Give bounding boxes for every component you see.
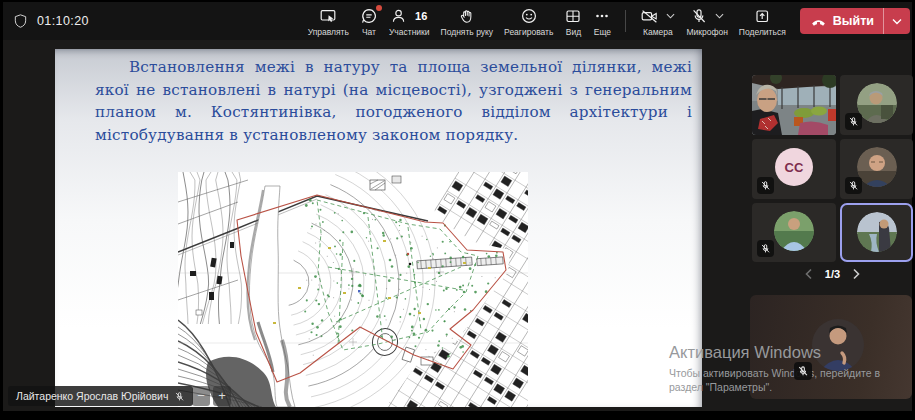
presenter-name: Лайтаренко Ярослав Юрійович bbox=[16, 390, 168, 402]
toolbar-buttons: Управлять Чат 16 Участники Поднять руку … bbox=[305, 4, 912, 38]
road-line bbox=[178, 196, 428, 252]
mic-muted-icon bbox=[797, 365, 809, 377]
avatar bbox=[812, 319, 864, 371]
participant-tile-initials[interactable]: CC bbox=[752, 139, 836, 199]
meeting-stage: Встановлення межі в натуру та площа земе… bbox=[3, 40, 912, 411]
pager-prev-icon[interactable] bbox=[804, 268, 813, 280]
shared-slide: Встановлення межі в натуру та площа земе… bbox=[55, 49, 702, 407]
camera-button[interactable]: Камера bbox=[637, 4, 678, 38]
mic-muted-icon bbox=[760, 180, 771, 191]
leave-options-chevron[interactable] bbox=[883, 8, 910, 34]
content-zoom-in-button[interactable]: + bbox=[213, 386, 231, 406]
camera-options-chevron-icon[interactable] bbox=[666, 13, 675, 19]
participants-pagination: 1/3 bbox=[752, 264, 913, 284]
grid-view-icon bbox=[564, 7, 582, 25]
hang-up-icon bbox=[810, 13, 827, 30]
mic-muted-badge bbox=[845, 113, 862, 130]
chat-button[interactable]: Чат bbox=[357, 4, 381, 38]
chat-notification-dot bbox=[376, 5, 382, 11]
mic-muted-badge bbox=[794, 362, 812, 380]
participant-tile-video[interactable] bbox=[752, 75, 836, 135]
react-button[interactable]: Реагировать bbox=[501, 4, 556, 38]
mic-muted-icon bbox=[760, 243, 771, 254]
map-contours bbox=[178, 172, 435, 407]
call-toolbar: 01:10:20 Управлять Чат 16 Участники Подн… bbox=[3, 2, 912, 40]
more-dots-icon bbox=[593, 7, 611, 25]
presenter-mic-muted-icon bbox=[174, 391, 185, 402]
more-button[interactable]: Еще bbox=[590, 4, 614, 38]
mic-muted-icon bbox=[848, 180, 859, 191]
view-button[interactable]: Вид bbox=[561, 4, 585, 38]
participant-tile-5[interactable] bbox=[752, 203, 836, 262]
share-button[interactable]: Поделиться bbox=[736, 4, 789, 38]
slide-paragraph: Встановлення межі в натуру та площа земе… bbox=[95, 56, 692, 146]
pager-next-icon[interactable] bbox=[852, 268, 861, 280]
participant-tile-bottom[interactable] bbox=[750, 295, 912, 399]
manage-button[interactable]: Управлять bbox=[305, 4, 352, 38]
avatar bbox=[857, 83, 897, 123]
chevron-down-icon bbox=[892, 18, 902, 25]
participants-icon bbox=[391, 7, 408, 25]
pager-label: 1/3 bbox=[825, 268, 840, 280]
avatar bbox=[857, 212, 897, 252]
avatar bbox=[857, 147, 897, 187]
buildings-top bbox=[370, 176, 401, 190]
initials-avatar: CC bbox=[775, 148, 813, 186]
avatar bbox=[774, 211, 814, 251]
content-zoom-out-button[interactable]: − bbox=[192, 386, 210, 406]
cadastral-map bbox=[178, 172, 528, 407]
participants-button[interactable]: 16 Участники bbox=[386, 4, 433, 38]
smiley-icon bbox=[520, 7, 538, 25]
leave-button[interactable]: Выйти bbox=[800, 8, 910, 34]
app-surface: 01:10:20 Управлять Чат 16 Участники Подн… bbox=[3, 2, 912, 411]
toolbar-divider bbox=[625, 10, 626, 32]
camera-off-icon bbox=[640, 7, 659, 25]
chat-icon bbox=[360, 7, 378, 25]
mic-muted-icon bbox=[848, 116, 859, 127]
mic-muted-badge bbox=[757, 240, 774, 257]
stadium bbox=[371, 327, 400, 357]
map-city-blocks bbox=[252, 172, 528, 407]
shield-icon bbox=[13, 13, 28, 29]
participant-video-feed bbox=[752, 75, 836, 135]
participants-count: 16 bbox=[415, 10, 427, 22]
toolbar-left: 01:10:20 bbox=[3, 13, 89, 29]
mic-muted-badge bbox=[845, 177, 862, 194]
call-duration: 01:10:20 bbox=[37, 14, 89, 28]
microphone-button[interactable]: Микрофон bbox=[683, 4, 730, 38]
participant-tile-2[interactable] bbox=[840, 75, 913, 135]
screen-control-icon bbox=[319, 7, 337, 25]
participant-tile-active-speaker[interactable] bbox=[840, 203, 913, 262]
mic-muted-badge bbox=[757, 177, 774, 194]
mic-off-icon bbox=[690, 7, 708, 25]
mic-options-chevron-icon[interactable] bbox=[715, 13, 724, 19]
participant-tile-4[interactable] bbox=[840, 139, 913, 199]
share-tray-icon bbox=[753, 7, 771, 25]
raise-hand-button[interactable]: Поднять руку bbox=[438, 4, 497, 38]
raise-hand-icon bbox=[458, 7, 475, 25]
presenter-name-pill: Лайтаренко Ярослав Юрійович bbox=[8, 386, 193, 406]
teams-call-window: 01:10:20 Управлять Чат 16 Участники Подн… bbox=[0, 0, 915, 420]
